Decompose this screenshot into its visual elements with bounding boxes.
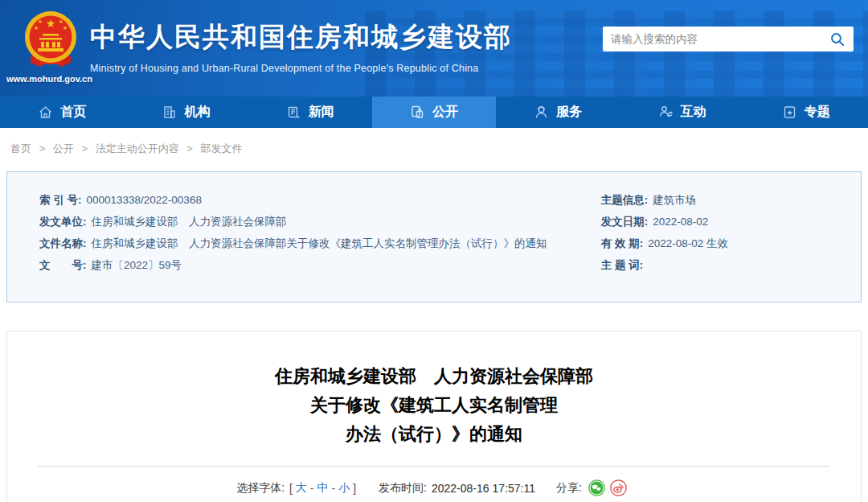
breadcrumb-ministry-documents[interactable]: 部发文件 [201, 142, 243, 154]
article-title: 住房和城乡建设部 人力资源社会保障部 关于修改《建筑工人实名制管理 办法（试行）… [7, 362, 861, 449]
nav-label: 首页 [60, 104, 86, 121]
meta-value: 2022-08-02 [653, 215, 708, 228]
breadcrumb-separator: > [39, 142, 46, 154]
home-icon [38, 105, 53, 120]
site-url: www.mohurd.gov.cn [6, 74, 92, 84]
font-size-selector: 选择字体: [ 大 - 中 - 小 ] [236, 481, 358, 496]
search-box[interactable] [603, 27, 854, 51]
meta-value: 住房和城乡建设部 人力资源社会保障部 [92, 215, 287, 228]
meta-column-right: 主题信息: 建筑市场 发文日期: 2022-08-02 有 效 期: 2022-… [596, 193, 861, 302]
site-subtitle: Ministry of Housing and Urban-Rural Deve… [90, 63, 512, 74]
breadcrumb: 首页 > 公开 > 法定主动公开内容 > 部发文件 [0, 128, 868, 167]
share-label: 分享: [556, 481, 582, 496]
font-size-medium-button[interactable]: 中 [317, 481, 329, 496]
meta-row-effective-date: 有 效 期: 2022-08-02 生效 [601, 237, 861, 250]
meta-label: 发文单位: [39, 215, 87, 228]
meta-row-index-number: 索 引 号: 000013338/2022-00368 [39, 193, 596, 207]
svg-text:★: ★ [46, 17, 56, 30]
svg-text:★: ★ [38, 19, 43, 24]
document-meta-box: 索 引 号: 000013338/2022-00368 发文单位: 住房和城乡建… [6, 171, 862, 302]
site-header: ★ ★ ★ ★ ★ www.mohurd.gov.cn 中华人民共和国住房和城乡… [0, 0, 868, 97]
article-meta-row: 选择字体: [ 大 - 中 - 小 ] 发布时间: 2022-08-16 17:… [7, 479, 861, 496]
nav-item-service[interactable]: 服务 [496, 97, 620, 128]
article-title-line-3: 办法（试行）》的通知 [7, 420, 861, 449]
publish-time-label: 发布时间: [379, 481, 427, 496]
meta-label: 索 引 号: [39, 193, 82, 207]
meta-value: 住房和城乡建设部 人力资源社会保障部关于修改《建筑工人实名制管理办法（试行）》的… [92, 237, 547, 250]
meta-row-subject-words: 主 题 词: [601, 258, 861, 272]
topics-icon: ★ [782, 105, 797, 120]
nav-label: 公开 [432, 104, 458, 121]
nav-label: 机构 [184, 104, 210, 121]
article-title-line-1: 住房和城乡建设部 人力资源社会保障部 [7, 362, 861, 391]
news-icon [286, 105, 301, 120]
service-icon [534, 105, 549, 120]
search-input[interactable] [611, 33, 829, 45]
svg-text:★: ★ [34, 25, 39, 31]
national-emblem-icon: ★ ★ ★ ★ ★ [21, 10, 80, 74]
publish-time-value: 2022-08-16 17:57:11 [432, 482, 535, 495]
nav-label: 新闻 [309, 104, 334, 121]
meta-row-document-number: 文 号: 建市〔2022〕59号 [39, 258, 596, 272]
breadcrumb-disclosure[interactable]: 公开 [53, 142, 74, 154]
meta-label: 文 号: [39, 258, 87, 272]
nav-item-topics[interactable]: ★ 专题 [744, 97, 868, 128]
svg-text:★: ★ [786, 109, 792, 117]
svg-text:★: ★ [59, 19, 63, 24]
font-selector-label: 选择字体: [236, 481, 285, 496]
font-size-small-button[interactable]: 小 [338, 481, 350, 496]
title-divider [38, 466, 830, 467]
meta-row-topic-info: 主题信息: 建筑市场 [601, 193, 861, 207]
nav-item-home[interactable]: 首页 [0, 97, 124, 128]
dash-separator: - [332, 482, 336, 495]
font-size-large-button[interactable]: 大 [296, 481, 307, 496]
dash-separator: - [310, 482, 314, 495]
meta-row-document-name: 文件名称: 住房和城乡建设部 人力资源社会保障部关于修改《建筑工人实名制管理办法… [39, 237, 596, 250]
nav-item-news[interactable]: 新闻 [248, 97, 372, 128]
bracket-close: ] [353, 482, 356, 495]
search-icon[interactable] [829, 31, 845, 47]
meta-value: 建筑市场 [653, 193, 696, 207]
disclosure-icon [410, 105, 425, 120]
meta-label: 主 题 词: [601, 258, 644, 272]
nav-label: 服务 [556, 104, 582, 121]
bracket-open: [ [289, 482, 293, 495]
organization-icon [162, 105, 177, 120]
weibo-share-icon[interactable] [610, 479, 627, 496]
meta-row-issue-date: 发文日期: 2022-08-02 [601, 215, 861, 228]
nav-label: 专题 [805, 104, 830, 121]
nav-item-disclosure[interactable]: 公开 [372, 97, 496, 128]
nav-item-organization[interactable]: 机构 [124, 97, 248, 128]
meta-label: 发文日期: [601, 215, 649, 228]
meta-value: 建市〔2022〕59号 [92, 258, 182, 272]
breadcrumb-home[interactable]: 首页 [10, 142, 31, 154]
nav-label: 互动 [681, 104, 706, 121]
nav-item-interaction[interactable]: 互动 [620, 97, 743, 128]
breadcrumb-separator: > [81, 142, 88, 154]
wechat-share-icon[interactable] [588, 479, 605, 496]
article-title-line-2: 关于修改《建筑工人实名制管理 [7, 391, 861, 420]
meta-value: 000013338/2022-00368 [87, 193, 202, 207]
national-emblem: ★ ★ ★ ★ ★ [19, 10, 82, 77]
meta-column-left: 索 引 号: 000013338/2022-00368 发文单位: 住房和城乡建… [7, 193, 596, 302]
breadcrumb-separator: > [186, 142, 193, 154]
meta-value: 2022-08-02 生效 [648, 237, 728, 250]
svg-text:★: ★ [63, 25, 68, 31]
meta-label: 文件名称: [39, 237, 87, 250]
breadcrumb-statutory-content[interactable]: 法定主动公开内容 [96, 142, 179, 154]
meta-label: 主题信息: [601, 193, 649, 207]
main-nav: 首页 机构 新闻 公开 服务 [0, 97, 868, 128]
meta-label: 有 效 期: [601, 237, 644, 250]
interaction-icon [658, 105, 674, 120]
meta-row-issuing-unit: 发文单位: 住房和城乡建设部 人力资源社会保障部 [39, 215, 596, 228]
article-box: 住房和城乡建设部 人力资源社会保障部 关于修改《建筑工人实名制管理 办法（试行）… [6, 331, 862, 502]
site-title: 中华人民共和国住房和城乡建设部 [90, 19, 512, 56]
